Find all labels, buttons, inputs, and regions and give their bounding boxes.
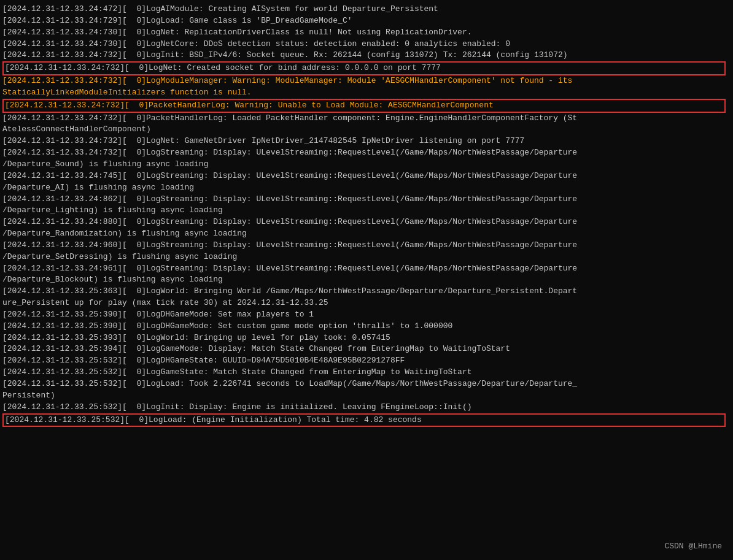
- log-line: [2024.12.31-12.33.24:732][ 0]PacketHandl…: [2, 113, 731, 136]
- log-line: [2024.12.31-12.33.24:745][ 0]LogStreamin…: [2, 171, 731, 194]
- log-line: [2024.12.31-12.33.25:393][ 0]LogWorld: B…: [2, 332, 731, 344]
- log-line: [2024.12.31-12.33.25:390][ 0]LogDHGameMo…: [2, 321, 731, 332]
- log-output: [2024.12.31-12.33.24:472][ 0]LogAIModule…: [2, 4, 731, 427]
- log-line: [2024.12.31-12.33.24:961][ 0]LogStreamin…: [2, 263, 731, 286]
- log-line: [2024.12.31-12.33.25:532][ 0]LogGameStat…: [2, 367, 731, 378]
- log-line: [2024.12.31-12.33.24:472][ 0]LogAIModule…: [2, 4, 731, 15]
- log-line-highlighted-orange: [2024.12.31-12.33.24:732][ 0]PacketHandl…: [2, 99, 726, 113]
- log-line: [2024.12.31-12.33.25:532][ 0]LogLoad: To…: [2, 378, 731, 402]
- log-line-highlighted: [2024.12.31-12.33.24:732][ 0]LogNet: Cre…: [2, 61, 726, 75]
- log-line: [2024.12.31-12.33.24:732][ 0]LogInit: BS…: [2, 50, 731, 61]
- log-line: [2024.12.31-12.33.24:732][ 0]LogModuleMa…: [2, 75, 731, 99]
- log-line: [2024.12.31-12.33.24:732][ 0]LogStreamin…: [2, 147, 731, 171]
- log-line: [2024.12.31-12.33.25:363][ 0]LogWorld: B…: [2, 286, 731, 309]
- log-line: [2024.12.31-12.33.24:729][ 0]LogLoad: Ga…: [2, 15, 731, 27]
- log-line: [2024.12.31-12.33.24:960][ 0]LogStreamin…: [2, 240, 731, 263]
- log-line: [2024.12.31-12.33.25:394][ 0]LogGameMode…: [2, 343, 731, 355]
- log-line: [2024.12.31-12.33.24:730][ 0]LogNet: Rep…: [2, 27, 731, 39]
- console-container: [2024.12.31-12.33.24:472][ 0]LogAIModule…: [0, 0, 733, 560]
- log-line: [2024.12.31-12.33.25:532][ 0]LogDHGameSt…: [2, 355, 731, 367]
- log-line: [2024.12.31-12.33.25:532][ 0]LogInit: Di…: [2, 402, 731, 413]
- log-line: [2024.12.31-12.33.25:390][ 0]LogDHGameMo…: [2, 309, 731, 321]
- log-line: [2024.12.31-12.33.24:862][ 0]LogStreamin…: [2, 194, 731, 217]
- log-line: [2024.12.31-12.33.24:730][ 0]LogNetCore:…: [2, 39, 731, 50]
- log-line: [2024.12.31-12.33.24:732][ 0]LogNet: Gam…: [2, 136, 731, 147]
- log-line-final-highlighted: [2024.12.31-12.33.25:532][ 0]LogLoad: (E…: [2, 413, 726, 428]
- watermark: CSDN @LHmine: [664, 541, 722, 553]
- log-line: [2024.12.31-12.33.24:880][ 0]LogStreamin…: [2, 217, 731, 240]
